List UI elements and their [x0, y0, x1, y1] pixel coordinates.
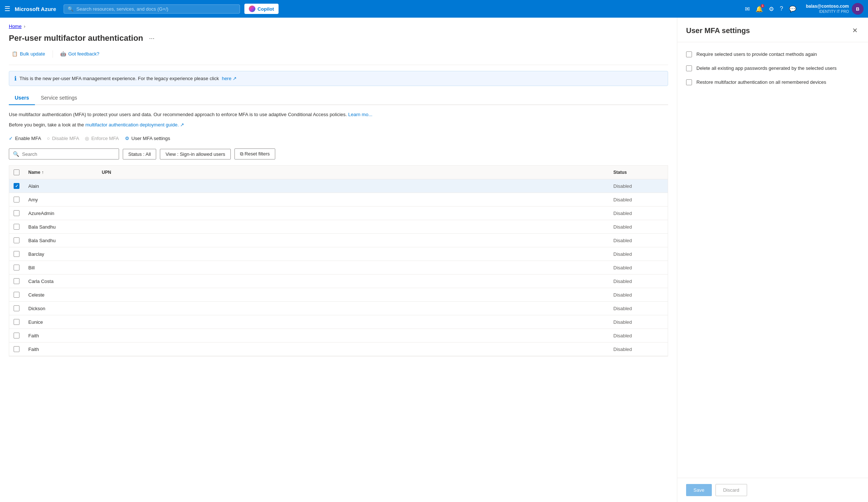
- breadcrumb-separator: ›: [24, 24, 25, 29]
- status-filter-label: Status : All: [128, 151, 151, 157]
- row-name: Faith: [24, 329, 97, 342]
- row-name: Carla Costa: [24, 275, 97, 288]
- delete-passwords-label: Delete all existing app passwords genera…: [696, 65, 837, 72]
- close-panel-button[interactable]: ✕: [851, 25, 859, 36]
- table-row[interactable]: Bala Sandhu Disabled: [9, 220, 668, 234]
- info-icon: ℹ: [14, 75, 17, 82]
- row-checkbox[interactable]: [14, 251, 19, 257]
- table-row[interactable]: Amy Disabled: [9, 193, 668, 207]
- disable-mfa-button[interactable]: ○ Disable MFA: [47, 134, 79, 143]
- learn-more-link[interactable]: Learn mo...: [348, 112, 372, 117]
- nav-icons-group: ✉ 🔔1 ⚙ ? 💬: [743, 3, 799, 15]
- row-checkbox-cell: [9, 220, 24, 233]
- settings-icon[interactable]: ⚙: [767, 3, 776, 15]
- row-name: Faith: [24, 343, 97, 356]
- row-name: Bala Sandhu: [24, 220, 97, 233]
- table-row[interactable]: Alain Disabled: [9, 179, 668, 193]
- row-name: Eunice: [24, 316, 97, 329]
- row-upn: [97, 264, 609, 271]
- table-row[interactable]: Carla Costa Disabled: [9, 275, 668, 288]
- content-area: Home › Per-user multifactor authenticati…: [0, 18, 677, 502]
- more-button[interactable]: ···: [147, 34, 157, 43]
- tab-service-settings[interactable]: Service settings: [35, 92, 83, 105]
- row-status: Disabled: [609, 193, 668, 206]
- feedback-button[interactable]: 🤖 Got feedback?: [57, 49, 103, 59]
- reset-filters-icon: ⧉: [240, 151, 243, 157]
- row-checkbox-cell: [9, 193, 24, 206]
- row-checkbox-cell: [9, 315, 24, 329]
- enable-mfa-button[interactable]: ✓ Enable MFA: [9, 134, 41, 143]
- info-text: This is the new per-user MFA management …: [19, 76, 219, 81]
- notification-icon[interactable]: 🔔1: [753, 3, 765, 15]
- table-row[interactable]: Celeste Disabled: [9, 288, 668, 302]
- row-checkbox-cell: [9, 179, 24, 193]
- global-search-bar[interactable]: 🔍: [64, 4, 240, 14]
- hamburger-icon[interactable]: ☰: [4, 5, 10, 13]
- global-search-input[interactable]: [76, 6, 236, 12]
- discard-button[interactable]: Discard: [715, 484, 747, 496]
- table-row[interactable]: Faith Disabled: [9, 329, 668, 343]
- row-checkbox[interactable]: [14, 265, 19, 270]
- search-box[interactable]: 🔍: [9, 148, 119, 159]
- home-link[interactable]: Home: [9, 24, 22, 29]
- email-icon[interactable]: ✉: [743, 3, 752, 15]
- require-contact-label: Require selected users to provide contac…: [696, 51, 817, 58]
- action-row: ✓ Enable MFA ○ Disable MFA ◎ Enforce MFA…: [9, 134, 668, 143]
- row-checkbox[interactable]: [14, 183, 19, 189]
- chat-icon[interactable]: 💬: [787, 3, 799, 15]
- table-row[interactable]: Dickson Disabled: [9, 302, 668, 315]
- select-all-checkbox[interactable]: [14, 169, 19, 175]
- row-checkbox[interactable]: [14, 210, 19, 216]
- table-row[interactable]: Bill Disabled: [9, 261, 668, 275]
- panel-body: Require selected users to provide contac…: [677, 42, 868, 478]
- row-checkbox[interactable]: [14, 319, 19, 325]
- panel-title: User MFA settings: [686, 26, 750, 35]
- user-mfa-settings-label: User MFA settings: [132, 136, 170, 141]
- enforce-mfa-button[interactable]: ◎ Enforce MFA: [85, 134, 119, 143]
- row-upn: [97, 277, 609, 285]
- row-status: Disabled: [609, 220, 668, 233]
- tab-users[interactable]: Users: [9, 92, 35, 105]
- row-checkbox-cell: [9, 275, 24, 288]
- row-checkbox[interactable]: [14, 333, 19, 338]
- filter-row: 🔍 Status : All View : Sign-in allowed us…: [9, 148, 668, 159]
- row-checkbox[interactable]: [14, 292, 19, 298]
- row-upn: [97, 291, 609, 298]
- table-row[interactable]: Bala Sandhu Disabled: [9, 234, 668, 247]
- row-checkbox[interactable]: [14, 237, 19, 243]
- row-status: Disabled: [609, 261, 668, 274]
- restore-mfa-checkbox[interactable]: [686, 79, 692, 85]
- row-checkbox[interactable]: [14, 305, 19, 311]
- require-contact-checkbox[interactable]: [686, 51, 692, 57]
- status-filter-button[interactable]: Status : All: [123, 149, 156, 159]
- enforce-mfa-label: Enforce MFA: [91, 136, 119, 141]
- view-filter-button[interactable]: View : Sign-in allowed users: [160, 149, 230, 159]
- table-row[interactable]: Eunice Disabled: [9, 315, 668, 329]
- row-upn: [97, 318, 609, 326]
- deployment-guide-link[interactable]: multifactor authentication deployment gu…: [85, 122, 184, 128]
- user-info[interactable]: balas@contoso.com IDENTITY IT PRO B: [806, 3, 864, 15]
- copilot-button[interactable]: Copilot: [244, 4, 279, 14]
- row-checkbox-cell: [9, 288, 24, 301]
- reset-filters-button[interactable]: ⧉ Reset filters: [234, 148, 275, 159]
- legacy-link[interactable]: here ↗: [222, 76, 237, 81]
- user-avatar[interactable]: B: [852, 3, 864, 15]
- search-input[interactable]: [22, 151, 115, 157]
- table-row[interactable]: Faith Disabled: [9, 343, 668, 356]
- row-checkbox[interactable]: [14, 197, 19, 202]
- row-status: Disabled: [609, 275, 668, 288]
- row-checkbox[interactable]: [14, 346, 19, 352]
- row-checkbox[interactable]: [14, 278, 19, 284]
- user-mfa-settings-button[interactable]: ⚙ User MFA settings: [125, 134, 170, 143]
- delete-passwords-checkbox[interactable]: [686, 65, 692, 71]
- description-main: Use multifactor authentication (MFA) to …: [9, 111, 668, 118]
- table-row[interactable]: AzureAdmin Disabled: [9, 207, 668, 220]
- save-button[interactable]: Save: [686, 484, 712, 496]
- help-icon[interactable]: ?: [778, 3, 785, 14]
- row-checkbox[interactable]: [14, 224, 19, 230]
- notification-badge: 1: [761, 4, 764, 8]
- user-role: IDENTITY IT PRO: [806, 9, 849, 14]
- row-name: Barclay: [24, 248, 97, 261]
- bulk-update-button[interactable]: 📋 Bulk update: [9, 49, 48, 59]
- table-row[interactable]: Barclay Disabled: [9, 247, 668, 261]
